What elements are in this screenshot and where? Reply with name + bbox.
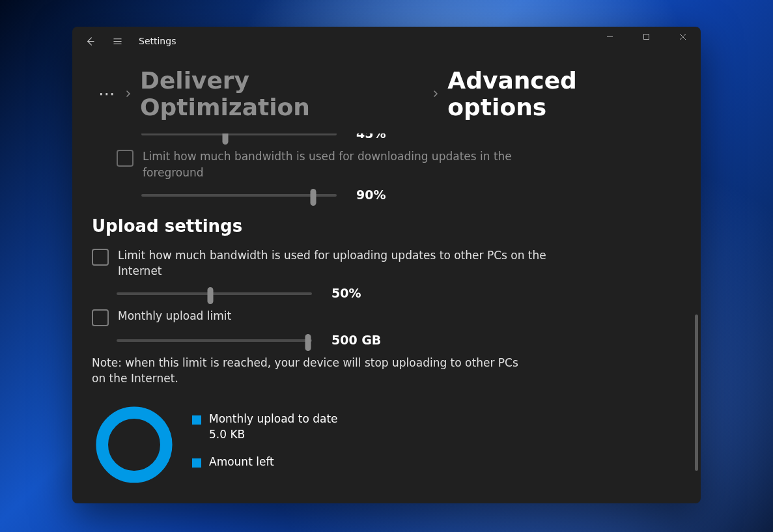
upload-monthly-checkbox-row: Monthly upload limit xyxy=(92,308,548,326)
upload-stats: Monthly upload to date 5.0 KB Amount lef… xyxy=(92,402,681,487)
upload-bw-checkbox-label: Limit how much bandwidth is used for upl… xyxy=(118,247,548,279)
download-fg-checkbox-row: Limit how much bandwidth is used for dow… xyxy=(117,148,572,180)
legend-uploaded-value: 5.0 KB xyxy=(209,427,338,443)
download-fg-checkbox[interactable] xyxy=(117,150,134,167)
upload-monthly-slider-value: 500 GB xyxy=(331,333,381,347)
download-bg-slider[interactable] xyxy=(141,133,337,140)
desktop-wallpaper: Settings ⋯ Delivery Optimizatio xyxy=(0,0,773,532)
download-fg-checkbox-label: Limit how much bandwidth is used for dow… xyxy=(143,148,572,180)
upload-donut-chart xyxy=(92,402,176,487)
download-fg-slider-row: 90% xyxy=(141,188,681,202)
svg-point-1 xyxy=(102,413,167,477)
download-fg-slider[interactable] xyxy=(141,188,337,201)
settings-window: Settings ⋯ Delivery Optimizatio xyxy=(72,27,701,503)
upload-monthly-slider[interactable] xyxy=(117,333,312,346)
upload-monthly-slider-row: 500 GB xyxy=(117,333,681,347)
upload-bw-slider[interactable] xyxy=(117,287,312,300)
arrow-left-icon xyxy=(85,36,95,46)
download-fg-slider-value: 90% xyxy=(356,188,386,202)
legend-left: Amount left xyxy=(192,455,338,470)
maximize-button[interactable] xyxy=(628,27,664,46)
breadcrumb: ⋯ Delivery Optimization Advanced options xyxy=(92,55,681,127)
upload-settings-heading: Upload settings xyxy=(92,216,681,236)
hamburger-button[interactable] xyxy=(104,27,131,55)
chevron-right-icon xyxy=(432,88,440,100)
download-bg-slider-value: 45% xyxy=(356,133,386,141)
legend-swatch-icon xyxy=(192,458,201,468)
download-bg-slider-row: 45% xyxy=(141,133,681,141)
breadcrumb-advanced-options: Advanced options xyxy=(447,67,681,120)
legend-uploaded: Monthly upload to date 5.0 KB xyxy=(192,412,338,443)
upload-monthly-note: Note: when this limit is reached, your d… xyxy=(92,355,522,387)
breadcrumb-delivery-optimization[interactable]: Delivery Optimization xyxy=(140,67,424,120)
legend-left-label: Amount left xyxy=(209,455,274,470)
legend-uploaded-label: Monthly upload to date xyxy=(209,412,338,427)
upload-monthly-checkbox-label: Monthly upload limit xyxy=(118,308,231,324)
hamburger-icon xyxy=(113,36,122,46)
back-button[interactable] xyxy=(76,27,104,55)
title-bar: Settings xyxy=(72,27,701,55)
scroll-area[interactable]: Limit how much bandwidth is used for dow… xyxy=(92,133,689,503)
close-button[interactable] xyxy=(664,27,701,46)
upload-bw-slider-row: 50% xyxy=(117,286,681,300)
chevron-right-icon xyxy=(124,88,132,100)
close-icon xyxy=(679,33,686,40)
upload-bw-checkbox-row: Limit how much bandwidth is used for upl… xyxy=(92,247,548,279)
upload-bw-checkbox[interactable] xyxy=(92,249,109,266)
window-controls xyxy=(591,27,701,46)
upload-legend: Monthly upload to date 5.0 KB Amount lef… xyxy=(192,412,338,469)
svg-rect-0 xyxy=(643,34,649,39)
content-area: ⋯ Delivery Optimization Advanced options… xyxy=(72,55,701,503)
minimize-button[interactable] xyxy=(591,27,628,46)
minimize-icon xyxy=(606,33,613,40)
legend-swatch-icon xyxy=(192,415,201,425)
window-title: Settings xyxy=(139,36,176,46)
upload-monthly-checkbox[interactable] xyxy=(92,309,109,326)
breadcrumb-more[interactable]: ⋯ xyxy=(98,84,117,104)
maximize-icon xyxy=(643,33,650,40)
scrollbar-thumb[interactable] xyxy=(695,315,698,471)
upload-bw-slider-value: 50% xyxy=(331,286,361,300)
